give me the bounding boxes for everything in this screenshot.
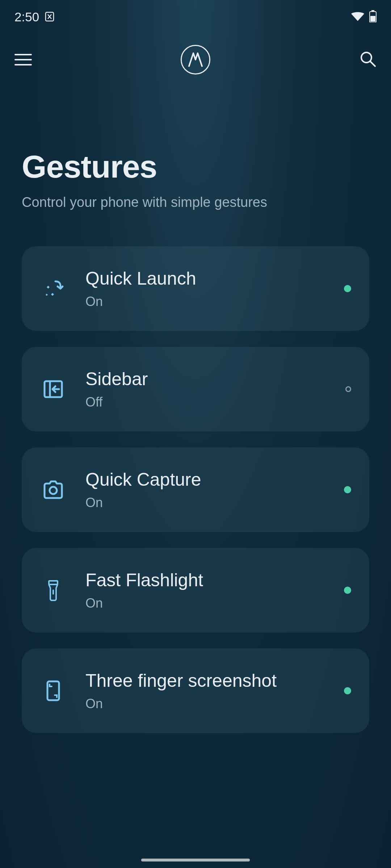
list-item-text: Sidebar Off <box>85 369 329 410</box>
search-icon <box>359 50 377 68</box>
wifi-icon <box>350 11 365 23</box>
battery-saver-icon <box>45 11 54 23</box>
list-item-status: On <box>85 294 328 309</box>
list-item-status: On <box>85 596 328 611</box>
status-indicator-on <box>344 587 351 594</box>
status-indicator-off <box>345 386 351 392</box>
svg-point-8 <box>50 487 57 494</box>
list-item-text: Three finger screenshot On <box>85 670 328 711</box>
screenshot-icon <box>37 675 70 707</box>
list-item-fast-flashlight[interactable]: Fast Flashlight On <box>22 548 369 633</box>
status-bar: 2:50 <box>0 0 391 33</box>
flashlight-icon <box>37 574 70 607</box>
svg-line-5 <box>370 61 375 66</box>
list-item-title: Three finger screenshot <box>85 670 328 691</box>
list-item-title: Sidebar <box>85 369 329 390</box>
list-item-text: Quick Capture On <box>85 469 328 510</box>
status-left: 2:50 <box>14 10 54 24</box>
list-item-sidebar[interactable]: Sidebar Off <box>22 347 369 431</box>
list-item-status: On <box>85 696 328 711</box>
status-indicator-on <box>344 687 351 694</box>
search-button[interactable] <box>359 50 377 69</box>
status-time: 2:50 <box>14 10 39 24</box>
home-indicator[interactable] <box>141 859 250 861</box>
camera-icon <box>37 473 70 506</box>
list-item-text: Fast Flashlight On <box>85 570 328 611</box>
list-item-quick-capture[interactable]: Quick Capture On <box>22 447 369 532</box>
sidebar-icon <box>37 373 70 405</box>
list-item-text: Quick Launch On <box>85 268 328 309</box>
list-item-title: Fast Flashlight <box>85 570 328 591</box>
svg-rect-3 <box>370 16 375 22</box>
list-item-three-finger-screenshot[interactable]: Three finger screenshot On <box>22 648 369 733</box>
page-subtitle: Control your phone with simple gestures <box>22 195 369 210</box>
status-indicator-on <box>344 285 351 292</box>
motorola-logo <box>181 45 210 75</box>
quick-launch-icon <box>37 272 70 305</box>
battery-icon <box>369 10 377 24</box>
list-item-title: Quick Capture <box>85 469 328 490</box>
settings-list: Quick Launch On Sidebar Off Quick Captu <box>0 232 391 733</box>
list-item-status: Off <box>85 395 329 410</box>
list-item-status: On <box>85 495 328 510</box>
list-item-title: Quick Launch <box>85 268 328 289</box>
menu-button[interactable] <box>14 51 32 68</box>
svg-rect-9 <box>49 581 58 584</box>
page-header: Gestures Control your phone with simple … <box>0 87 391 232</box>
app-bar <box>0 33 391 87</box>
status-right <box>350 10 377 24</box>
status-indicator-on <box>344 486 351 493</box>
list-item-quick-launch[interactable]: Quick Launch On <box>22 246 369 331</box>
page-title: Gestures <box>22 148 369 185</box>
hamburger-icon <box>14 54 32 55</box>
